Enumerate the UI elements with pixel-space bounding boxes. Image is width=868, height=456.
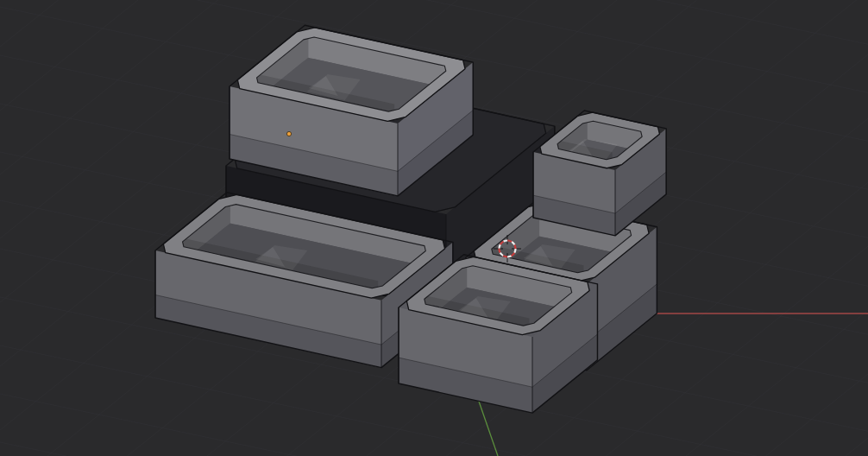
viewport-canvas[interactable] [0, 0, 868, 456]
object-origin-point [286, 131, 291, 136]
3d-viewport[interactable] [0, 0, 868, 456]
